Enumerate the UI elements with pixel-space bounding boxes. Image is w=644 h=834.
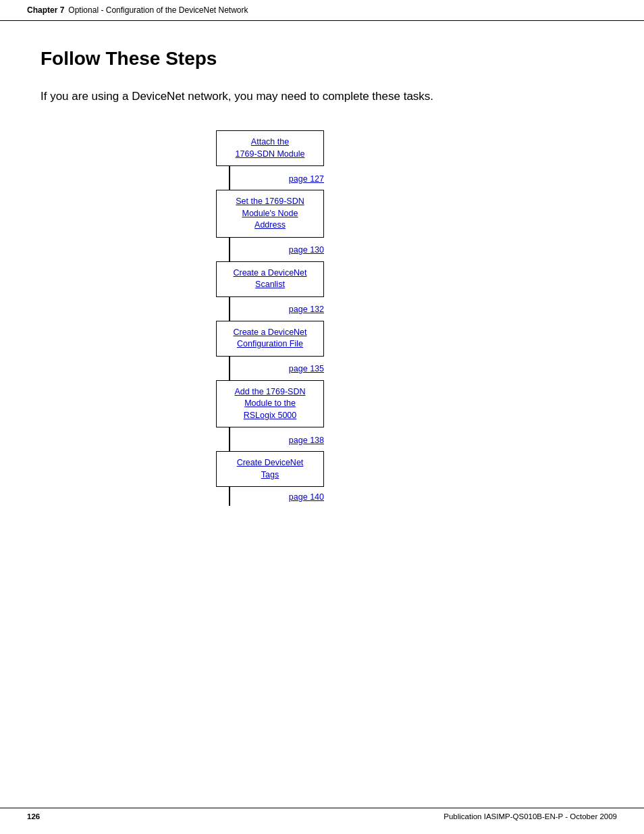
connector-5: page 138: [176, 427, 324, 451]
connector-1: page 127: [176, 166, 324, 190]
header-chapter-title: Optional - Configuration of the DeviceNe…: [68, 5, 248, 15]
footer-publication: Publication IASIMP-QS010B-EN-P - October…: [444, 812, 617, 820]
flow-step-3: Create a DeviceNetScanlist: [176, 261, 324, 297]
connector-4: page 135: [176, 357, 324, 380]
step3-link[interactable]: Create a DeviceNetScanlist: [233, 267, 306, 291]
step2-link[interactable]: Set the 1769-SDNModule's NodeAddress: [236, 196, 304, 232]
flow-step-1: Attach the1769-SDN Module: [176, 130, 324, 166]
intro-paragraph: If you are using a DeviceNet network, yo…: [41, 90, 603, 103]
step4-link[interactable]: Create a DeviceNetConfiguration File: [233, 327, 306, 350]
page-heading: Follow These Steps: [41, 48, 603, 70]
page-ref-4: page 135: [289, 362, 324, 374]
page-ref-6: page 140: [289, 490, 324, 502]
vert-line-2: [229, 238, 230, 261]
page-footer: 126 Publication IASIMP-QS010B-EN-P - Oct…: [0, 808, 644, 820]
flow-box-2: Set the 1769-SDNModule's NodeAddress: [216, 190, 324, 238]
main-content: Follow These Steps If you are using a De…: [0, 21, 644, 546]
step1-link[interactable]: Attach the1769-SDN Module: [236, 136, 305, 160]
flow-step-6: Create DeviceNetTags: [176, 451, 324, 487]
connector-6: page 140: [176, 487, 324, 506]
flow-step-5: Add the 1769-SDNModule to theRSLogix 500…: [176, 380, 324, 428]
page-ref-3: page 132: [289, 303, 324, 315]
connector-3: page 132: [176, 297, 324, 321]
flow-step-4: Create a DeviceNetConfiguration File: [176, 321, 324, 357]
footer-page-number: 126: [27, 812, 40, 820]
page-ref-5: page 138: [289, 434, 324, 446]
page-header: Chapter 7 Optional - Configuration of th…: [0, 0, 644, 21]
flow-box-5: Add the 1769-SDNModule to theRSLogix 500…: [216, 380, 324, 428]
page-ref-1-link[interactable]: page 127: [289, 174, 324, 184]
step6-link[interactable]: Create DeviceNetTags: [237, 457, 304, 481]
page-ref-5-link[interactable]: page 138: [289, 436, 324, 445]
flow-box-1: Attach the1769-SDN Module: [216, 130, 324, 166]
page-ref-3-link[interactable]: page 132: [289, 305, 324, 314]
flow-box-6: Create DeviceNetTags: [216, 451, 324, 487]
flowchart: Attach the1769-SDN Module page 127 Set t…: [176, 130, 603, 506]
page-ref-1: page 127: [289, 172, 324, 184]
vert-line-1: [229, 166, 230, 190]
flow-box-4: Create a DeviceNetConfiguration File: [216, 321, 324, 357]
flow-step-2: Set the 1769-SDNModule's NodeAddress: [176, 190, 324, 238]
page-ref-6-link[interactable]: page 140: [289, 492, 324, 502]
page-container: Chapter 7 Optional - Configuration of th…: [0, 0, 644, 834]
page-ref-2: page 130: [289, 243, 324, 255]
vert-line-6: [229, 487, 230, 506]
vert-line-4: [229, 357, 230, 380]
step5-link[interactable]: Add the 1769-SDNModule to theRSLogix 500…: [235, 386, 306, 422]
connector-2: page 130: [176, 238, 324, 261]
page-ref-4-link[interactable]: page 135: [289, 364, 324, 373]
flow-box-3: Create a DeviceNetScanlist: [216, 261, 324, 297]
header-chapter-label: Chapter 7: [27, 5, 64, 15]
vert-line-5: [229, 427, 230, 451]
page-ref-2-link[interactable]: page 130: [289, 245, 324, 255]
vert-line-3: [229, 297, 230, 321]
